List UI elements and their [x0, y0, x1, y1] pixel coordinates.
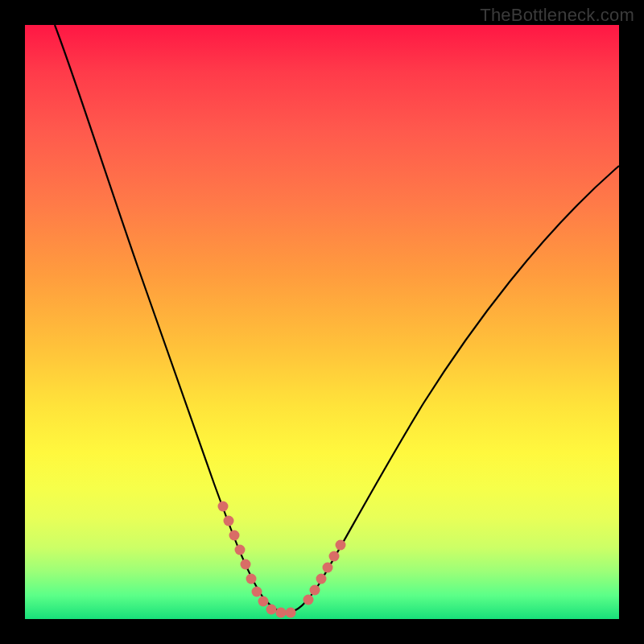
svg-point-12 [310, 585, 320, 596]
svg-point-9 [276, 608, 287, 618]
svg-point-0 [218, 502, 229, 512]
svg-point-1 [224, 516, 234, 526]
svg-point-14 [323, 563, 333, 573]
svg-point-5 [246, 574, 257, 584]
svg-point-2 [229, 530, 240, 541]
svg-point-7 [258, 597, 269, 607]
highlight-markers [218, 502, 346, 618]
chart-svg [25, 25, 619, 619]
svg-point-13 [316, 574, 327, 584]
bottleneck-curve [55, 25, 619, 613]
svg-point-15 [329, 551, 340, 562]
svg-point-4 [241, 559, 251, 570]
watermark-text: TheBottleneck.com [480, 5, 634, 26]
svg-point-3 [235, 545, 246, 555]
chart-frame: TheBottleneck.com [0, 0, 644, 644]
svg-point-11 [303, 595, 314, 605]
svg-point-10 [286, 608, 296, 618]
svg-point-8 [266, 605, 277, 615]
svg-point-16 [336, 540, 346, 551]
chart-plot-area [25, 25, 619, 619]
svg-point-6 [252, 587, 262, 597]
